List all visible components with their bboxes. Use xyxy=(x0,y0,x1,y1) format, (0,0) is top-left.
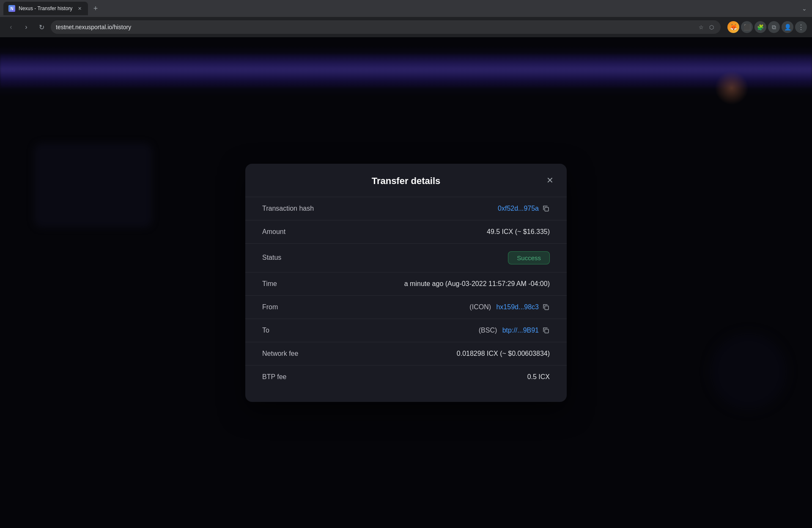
modal-title: Transfer details xyxy=(372,176,441,187)
transaction-hash-label: Transaction hash xyxy=(262,205,314,212)
status-label: Status xyxy=(262,254,281,261)
active-tab[interactable]: Nexus - Transfer history ✕ xyxy=(3,2,88,15)
tab-bar: Nexus - Transfer history ✕ + ⌄ xyxy=(0,0,812,17)
to-row: To (BSC) btp://...9B91 xyxy=(245,319,567,342)
network-fee-label: Network fee xyxy=(262,350,298,358)
time-row: Time a minute ago (Aug-03-2022 11:57:29 … xyxy=(245,272,567,295)
btp-fee-label: BTP fee xyxy=(262,373,287,381)
bookmark-icon[interactable]: ☆ xyxy=(697,23,705,31)
btp-fee-value: 0.5 ICX xyxy=(527,373,550,381)
extension-icon-1[interactable]: ⬛ xyxy=(741,21,753,33)
amount-label: Amount xyxy=(262,228,285,236)
to-value: (BSC) btp://...9B91 xyxy=(479,327,550,334)
amount-value: 49.5 ICX (~ $16.335) xyxy=(487,228,550,236)
to-prefix: (BSC) xyxy=(479,327,499,334)
from-row: From (ICON) hx159d...98c3 xyxy=(245,295,567,319)
forward-button[interactable]: › xyxy=(20,21,32,33)
to-label: To xyxy=(262,327,269,334)
svg-rect-2 xyxy=(545,329,549,333)
tab-close-button[interactable]: ✕ xyxy=(76,5,83,12)
status-badge: Success xyxy=(508,251,550,264)
transaction-hash-value: 0xf52d...975a xyxy=(498,205,550,212)
status-value: Success xyxy=(508,251,550,264)
to-link[interactable]: btp://...9B91 xyxy=(502,327,539,334)
browser-menu-button[interactable]: ⋮ xyxy=(795,21,807,33)
amount-row: Amount 49.5 ICX (~ $16.335) xyxy=(245,220,567,243)
from-link[interactable]: hx159d...98c3 xyxy=(496,303,539,311)
back-button[interactable]: ‹ xyxy=(5,21,17,33)
extensions-button[interactable]: 🧩 xyxy=(754,21,766,33)
network-fee-row: Network fee 0.018298 ICX (~ $0.00603834) xyxy=(245,342,567,365)
split-view-button[interactable]: ⧉ xyxy=(768,21,780,33)
status-row: Status Success xyxy=(245,243,567,272)
address-bar-icons: ☆ ⬡ xyxy=(697,23,716,31)
from-prefix: (ICON) xyxy=(469,303,493,311)
modal-overlay: Transfer details ✕ Transaction hash 0xf5… xyxy=(0,37,812,528)
address-bar-row: ‹ › ↻ testnet.nexusportal.io/history ☆ ⬡… xyxy=(0,17,812,37)
transaction-hash-row: Transaction hash 0xf52d...975a xyxy=(245,197,567,220)
new-tab-button[interactable]: + xyxy=(90,3,102,14)
transaction-hash-copy-icon[interactable] xyxy=(542,205,550,212)
time-label: Time xyxy=(262,280,277,288)
screenshot-icon[interactable]: ⬡ xyxy=(707,23,716,31)
metamask-extension[interactable]: 🦊 xyxy=(727,21,739,33)
from-label: From xyxy=(262,303,278,311)
transfer-details-modal: Transfer details ✕ Transaction hash 0xf5… xyxy=(245,164,567,402)
time-value: a minute ago (Aug-03-2022 11:57:29 AM -0… xyxy=(404,280,550,288)
window-minimize-button[interactable]: ⌄ xyxy=(800,4,809,13)
profile-button[interactable]: 👤 xyxy=(782,21,793,33)
transaction-hash-link[interactable]: 0xf52d...975a xyxy=(498,205,539,212)
to-copy-icon[interactable] xyxy=(542,327,550,334)
url-text: testnet.nexusportal.io/history xyxy=(56,24,694,30)
network-fee-value: 0.018298 ICX (~ $0.00603834) xyxy=(457,350,550,358)
from-copy-icon[interactable] xyxy=(542,303,550,311)
address-bar[interactable]: testnet.nexusportal.io/history ☆ ⬡ xyxy=(51,20,721,34)
btp-fee-row: BTP fee 0.5 ICX xyxy=(245,365,567,388)
page-background: Transfer details ✕ Transaction hash 0xf5… xyxy=(0,37,812,528)
browser-extensions: 🦊 ⬛ 🧩 ⧉ 👤 ⋮ xyxy=(727,21,807,33)
tab-favicon xyxy=(8,5,15,12)
from-value: (ICON) hx159d...98c3 xyxy=(469,303,550,311)
tab-title: Nexus - Transfer history xyxy=(19,6,73,11)
refresh-button[interactable]: ↻ xyxy=(36,21,47,33)
modal-header: Transfer details ✕ xyxy=(245,164,567,197)
modal-close-button[interactable]: ✕ xyxy=(543,173,557,187)
svg-rect-1 xyxy=(545,306,549,310)
browser-chrome: Nexus - Transfer history ✕ + ⌄ ‹ › ↻ tes… xyxy=(0,0,812,37)
svg-rect-0 xyxy=(545,207,549,211)
